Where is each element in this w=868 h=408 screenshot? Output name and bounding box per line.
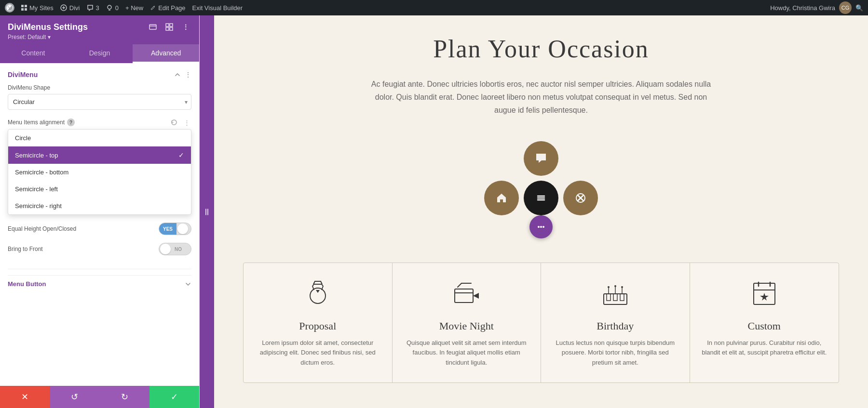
menu-circle-menu[interactable]: [524, 181, 558, 215]
shape-label: DiviMenu Shape: [8, 84, 191, 91]
redo-button[interactable]: ↻: [100, 386, 149, 408]
settings-panel: DiviMenus Settings ⋮ Preset: Default ▾ C…: [0, 15, 200, 408]
menu-items-label: Menu Items alignment ?: [8, 118, 169, 126]
panel-content: DiviMenu ⋮ DiviMenu Shape: [0, 63, 199, 300]
bring-to-front-label: Bring to Front: [8, 246, 155, 252]
menu-bottom-row: [484, 181, 598, 215]
svg-rect-24: [607, 294, 610, 301]
search-icon[interactable]: 🔍: [855, 4, 863, 12]
section-header: DiviMenu ⋮: [8, 71, 191, 79]
svg-point-31: [614, 285, 616, 287]
svg-rect-7: [149, 25, 156, 29]
cancel-button[interactable]: ✕: [0, 386, 50, 408]
equal-height-row: Equal Height Open/Closed YES: [8, 223, 191, 235]
menu-circle-tools[interactable]: [563, 181, 598, 215]
cards-row: Proposal Lorem ipsum dolor sit amet, con…: [243, 263, 839, 383]
shape-dropdown: Circle Semicircle - top ✓ Semicircle - b…: [8, 129, 191, 215]
page-subtitle: Ac feugiat ante. Donec ultricies loborti…: [367, 78, 715, 117]
menu-button-title: Menu Button: [8, 280, 46, 288]
svg-rect-21: [455, 289, 473, 303]
toggle-no-label: NO: [172, 243, 185, 255]
svg-point-6: [108, 5, 111, 9]
card-text-birthday: Luctus lectus non quisque turpis bibendu…: [551, 338, 680, 368]
option-semicircle-left[interactable]: Semicircle - left: [8, 181, 191, 197]
svg-rect-25: [613, 294, 617, 301]
menu-items-row: Menu Items alignment ? ⋮: [8, 118, 191, 127]
shape-select-wrap: Circular Square ▾: [8, 94, 191, 110]
comment-count[interactable]: 0: [106, 4, 119, 12]
shape-field: DiviMenu Shape Circular Square ▾: [8, 84, 191, 110]
panel-header: DiviMenus Settings ⋮ Preset: Default ▾: [0, 15, 199, 44]
exit-builder-button[interactable]: Exit Visual Builder: [192, 4, 243, 12]
save-button[interactable]: ✓: [149, 386, 199, 408]
menu-button-section[interactable]: Menu Button: [8, 275, 191, 292]
menu-area: [243, 141, 839, 248]
panel-tabs: Content Design Advanced: [0, 44, 199, 63]
mysites-menu[interactable]: My Sites: [21, 4, 54, 12]
menu-circle-chat[interactable]: [524, 141, 558, 176]
card-movie: Movie Night Quisque aliquet velit sit am…: [393, 263, 542, 382]
page-content: Plan Your Occasion Ac feugiat ante. Done…: [214, 15, 868, 408]
wordpress-icon[interactable]: [5, 3, 14, 13]
equal-height-label: Equal Height Open/Closed: [8, 225, 155, 232]
tab-design[interactable]: Design: [67, 44, 133, 63]
option-semicircle-bottom[interactable]: Semicircle - bottom: [8, 164, 191, 181]
panel-icon-grid[interactable]: [163, 21, 175, 33]
svg-rect-9: [166, 24, 169, 26]
card-icon-movie: [402, 277, 531, 312]
divimenu-section: DiviMenu ⋮ DiviMenu Shape: [8, 71, 191, 269]
edit-page-button[interactable]: Edit Page: [150, 4, 185, 12]
wp-admin-bar: My Sites Divi 3 0 + New Edit Page Exit V…: [0, 0, 868, 15]
resize-handle[interactable]: [200, 15, 214, 408]
main-layout: DiviMenus Settings ⋮ Preset: Default ▾ C…: [0, 15, 868, 408]
comments-menu[interactable]: 3: [87, 4, 99, 12]
card-icon-proposal: [253, 277, 382, 312]
equal-height-toggle[interactable]: YES: [159, 223, 191, 235]
panel-preset[interactable]: Preset: Default ▾: [8, 34, 191, 40]
new-post-button[interactable]: + New: [125, 4, 143, 12]
svg-rect-3: [21, 8, 24, 11]
shape-select[interactable]: Circular Square: [8, 94, 191, 110]
more-icon[interactable]: ⋮: [182, 118, 191, 127]
field-icons: ⋮: [169, 118, 191, 127]
option-circle[interactable]: Circle: [8, 130, 191, 146]
undo-button[interactable]: ↺: [50, 386, 99, 408]
svg-rect-2: [25, 5, 27, 7]
section-more-icon[interactable]: ⋮: [185, 71, 191, 79]
help-icon[interactable]: ?: [67, 118, 75, 126]
card-text-proposal: Lorem ipsum dolor sit amet, consectetur …: [253, 338, 382, 368]
svg-marker-37: [760, 293, 769, 301]
divi-menu[interactable]: Divi: [60, 4, 80, 12]
card-birthday: Birthday Luctus lectus non quisque turpi…: [541, 263, 690, 382]
check-icon: ✓: [178, 151, 184, 159]
svg-point-32: [621, 286, 623, 288]
svg-point-17: [538, 226, 540, 228]
wp-bar-left: My Sites Divi 3 0 + New Edit Page Exit V…: [5, 3, 763, 13]
reset-icon[interactable]: [169, 118, 179, 127]
menu-top-row: [524, 141, 558, 176]
toggle-yes-label: YES: [159, 223, 176, 235]
tab-advanced[interactable]: Advanced: [133, 44, 199, 63]
option-semicircle-right[interactable]: Semicircle - right: [8, 197, 191, 214]
svg-point-19: [542, 226, 544, 228]
bring-to-front-toggle[interactable]: NO: [159, 243, 191, 255]
card-proposal: Proposal Lorem ipsum dolor sit amet, con…: [244, 263, 393, 382]
toggle-thumb: [177, 224, 188, 234]
floating-dots-button[interactable]: [529, 215, 553, 238]
menu-circle-home[interactable]: [484, 181, 519, 215]
card-text-movie: Quisque aliquet velit sit amet sem inter…: [402, 338, 531, 368]
card-title-movie: Movie Night: [402, 320, 531, 332]
section-collapse-icon[interactable]: [174, 71, 181, 79]
panel-icon-window[interactable]: [147, 21, 159, 33]
section-title: DiviMenu: [8, 71, 38, 79]
panel-title-row: DiviMenus Settings ⋮: [8, 21, 191, 33]
equal-height-field: Equal Height Open/Closed YES: [8, 223, 191, 235]
option-semicircle-top[interactable]: Semicircle - top ✓: [8, 146, 191, 164]
card-text-custom: In non pulvinar purus. Curabitur nisi od…: [700, 338, 829, 358]
panel-icon-more[interactable]: ⋮: [180, 21, 191, 33]
svg-rect-1: [21, 5, 24, 7]
tab-content[interactable]: Content: [0, 44, 67, 63]
user-avatar[interactable]: CG: [839, 1, 852, 14]
svg-rect-10: [170, 24, 173, 26]
card-custom: Custom In non pulvinar purus. Curabitur …: [690, 263, 839, 382]
